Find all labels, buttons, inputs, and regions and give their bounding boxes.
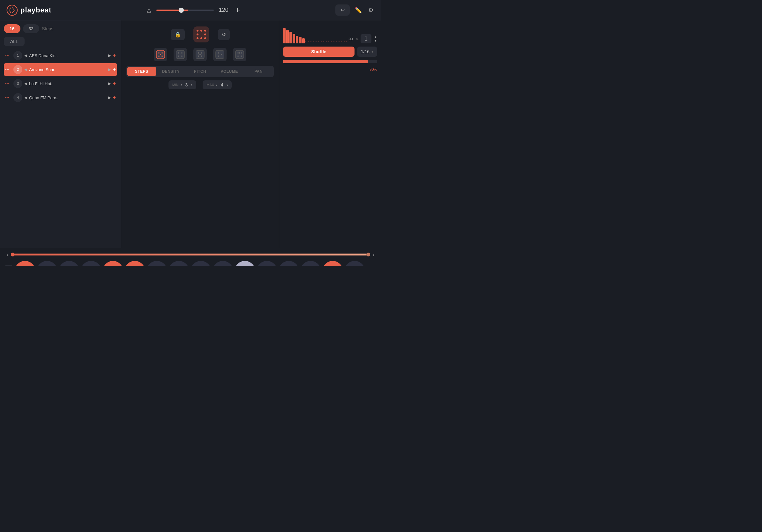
- track-item[interactable]: 〜 3 ◀ Lo-Fi Hi Hat.. ▶ +: [4, 77, 117, 90]
- tempo-value: 120: [219, 7, 232, 13]
- svg-rect-27: [216, 50, 224, 59]
- track-prev-button[interactable]: ◀: [24, 67, 27, 72]
- svg-point-30: [221, 54, 222, 55]
- beat-cell[interactable]: [124, 261, 145, 266]
- sequencer-area: ‹ › S M: [0, 248, 381, 266]
- solo-1[interactable]: S: [5, 265, 12, 266]
- beat-cell[interactable]: [212, 261, 233, 266]
- track-item[interactable]: 〜 4 ◀ Qebo FM Perc.. ▶ +: [4, 91, 117, 104]
- waveform-icon: 〜: [5, 53, 12, 58]
- steps-16-button[interactable]: 16: [4, 24, 21, 33]
- beat-cell[interactable]: [146, 261, 167, 266]
- top-center: △ 120 F: [147, 7, 240, 14]
- volume-bar[interactable]: [283, 60, 377, 63]
- track-item[interactable]: 〜 1 ◀ AES Dana Kic.. ▶ +: [4, 49, 117, 62]
- timeline-handle-right[interactable]: [366, 253, 370, 256]
- beat-cell[interactable]: [278, 261, 299, 266]
- metronome-icon: △: [147, 7, 151, 14]
- tab-pan[interactable]: PAN: [244, 67, 273, 76]
- timeline-handle-left[interactable]: [11, 253, 15, 256]
- max-group: MAX ‹ 4 ›: [203, 80, 232, 89]
- loop-down[interactable]: ▼: [374, 39, 377, 42]
- beat-cell[interactable]: [344, 261, 365, 266]
- min-decrement[interactable]: ‹: [181, 82, 182, 87]
- beat-cell[interactable]: [322, 261, 343, 266]
- beat-cell[interactable]: [190, 261, 211, 266]
- svg-point-28: [218, 52, 219, 54]
- timeline-right-arrow[interactable]: ›: [373, 251, 375, 258]
- min-increment[interactable]: ›: [191, 82, 192, 87]
- track-name: Arovane Snar..: [29, 67, 106, 72]
- reset-button[interactable]: ↺: [218, 29, 230, 40]
- track-next-button[interactable]: ▶: [108, 96, 111, 100]
- track-prev-button[interactable]: ◀: [24, 96, 27, 100]
- hist-bar-6: [299, 37, 302, 43]
- all-button[interactable]: ALL: [4, 37, 25, 46]
- dice-density-button[interactable]: [174, 48, 187, 61]
- top-bar: playbeat △ 120 F ↩ ✏️ ⚙: [0, 0, 381, 21]
- dice-pitch-button[interactable]: [193, 48, 207, 61]
- track-number: 3: [13, 79, 22, 88]
- center-panel: 🔒 ↺: [121, 21, 279, 248]
- division-select[interactable]: 1/16 ▾: [357, 46, 377, 57]
- svg-point-29: [218, 55, 219, 57]
- main-dice-button[interactable]: [191, 24, 211, 45]
- steps-32-button[interactable]: 32: [23, 24, 39, 33]
- hist-bar-1: [283, 28, 286, 43]
- max-increment[interactable]: ›: [227, 82, 228, 87]
- dice-steps-button[interactable]: [154, 48, 167, 61]
- timeline-row: ‹ ›: [0, 248, 381, 261]
- pencil-icon[interactable]: ✏️: [353, 5, 363, 15]
- timeline-fill: [11, 253, 370, 255]
- lock-button[interactable]: 🔒: [171, 29, 185, 40]
- svg-point-22: [198, 52, 199, 54]
- max-decrement[interactable]: ‹: [216, 82, 218, 87]
- loop-row: ∞ × 1 ▲ ▼: [348, 34, 377, 43]
- track-prev-button[interactable]: ◀: [24, 53, 27, 58]
- track-prev-button[interactable]: ◀: [24, 81, 27, 86]
- svg-point-9: [204, 37, 206, 39]
- settings-icon[interactable]: ⚙: [367, 5, 375, 15]
- min-label: MIN: [172, 83, 179, 87]
- dice-volume-button[interactable]: [213, 48, 227, 61]
- beat-cell[interactable]: [81, 261, 102, 266]
- tempo-slider[interactable]: [156, 10, 214, 11]
- svg-point-18: [181, 52, 183, 54]
- beat-cell[interactable]: [169, 261, 189, 266]
- dice-steps-icon: [156, 50, 165, 59]
- undo-button[interactable]: ↩: [336, 4, 350, 16]
- beat-cell[interactable]: [235, 261, 255, 266]
- tab-steps[interactable]: STEPS: [127, 67, 156, 76]
- beat-cell[interactable]: [15, 261, 36, 266]
- logo-area: playbeat: [6, 4, 51, 16]
- track-next-button[interactable]: ▶: [108, 67, 111, 72]
- shuffle-button[interactable]: Shuffle: [283, 46, 354, 57]
- track-next-button[interactable]: ▶: [108, 81, 111, 86]
- track-add-button[interactable]: +: [113, 95, 116, 100]
- svg-point-0: [7, 5, 17, 15]
- loop-count: 1: [360, 34, 371, 43]
- tab-volume[interactable]: VOLUME: [215, 67, 244, 76]
- svg-point-8: [200, 37, 202, 39]
- track-add-button[interactable]: +: [113, 81, 116, 87]
- beat-cell[interactable]: [300, 261, 321, 266]
- beat-cell[interactable]: [257, 261, 277, 266]
- tab-pitch[interactable]: PITCH: [186, 67, 214, 76]
- beat-grid-1: [15, 261, 365, 266]
- timeline-left-arrow[interactable]: ‹: [6, 251, 8, 258]
- beat-cell[interactable]: [103, 261, 123, 266]
- track-item[interactable]: 〜 2 ◀ Arovane Snar.. ▶ +: [4, 63, 117, 76]
- shuffle-row: Shuffle 1/16 ▾: [283, 46, 377, 57]
- right-panel: ∞ × 1 ▲ ▼ Shuffle 1/16 ▾ 90%: [279, 21, 381, 248]
- svg-point-32: [237, 52, 239, 54]
- dice-pan-button[interactable]: [233, 48, 246, 61]
- tab-density[interactable]: DENSITY: [157, 67, 186, 76]
- svg-point-5: [196, 33, 198, 35]
- loop-up[interactable]: ▲: [374, 35, 377, 38]
- track-add-button[interactable]: +: [113, 53, 116, 58]
- beat-cell[interactable]: [37, 261, 57, 266]
- track-next-button[interactable]: ▶: [108, 53, 111, 58]
- beat-cell[interactable]: [59, 261, 79, 266]
- track-add-button[interactable]: +: [113, 67, 116, 72]
- timeline-bar[interactable]: [11, 253, 370, 255]
